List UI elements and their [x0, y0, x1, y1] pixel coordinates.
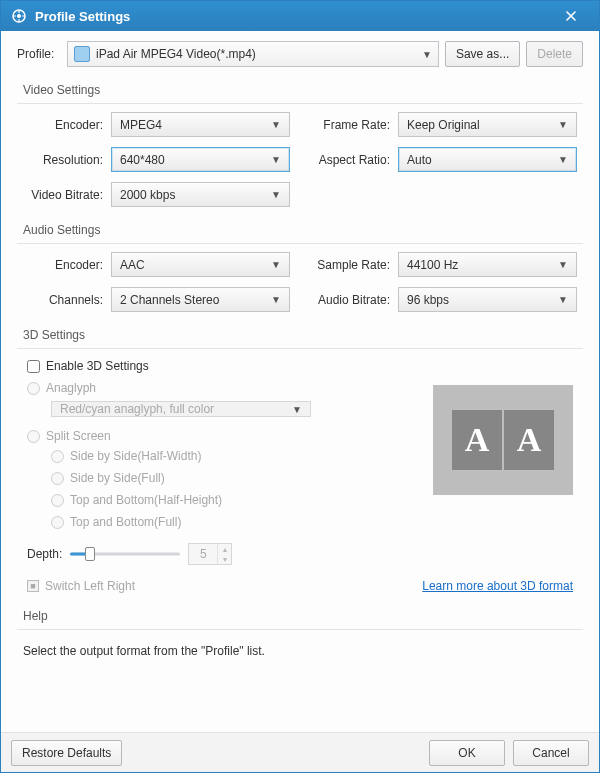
- frame-rate-row: Frame Rate: Keep Original▼: [310, 112, 577, 137]
- tab-full-radio: [51, 516, 64, 529]
- audio-bitrate-label: Audio Bitrate:: [310, 293, 398, 307]
- tab-half-radio: [51, 494, 64, 507]
- audio-encoder-label: Encoder:: [23, 258, 111, 272]
- video-encoder-label: Encoder:: [23, 118, 111, 132]
- video-encoder-dropdown[interactable]: MPEG4▼: [111, 112, 290, 137]
- ok-button[interactable]: OK: [429, 740, 505, 766]
- video-bitrate-dropdown[interactable]: 2000 kbps▼: [111, 182, 290, 207]
- aspect-ratio-dropdown[interactable]: Auto▼: [398, 147, 577, 172]
- depth-slider[interactable]: [70, 546, 180, 562]
- chevron-down-icon: ▼: [292, 404, 302, 415]
- split-screen-radio: [27, 430, 40, 443]
- chevron-down-icon: ▼: [558, 294, 568, 305]
- tab-half-label: Top and Bottom(Half-Height): [70, 493, 222, 507]
- anaglyph-label: Anaglyph: [46, 381, 96, 395]
- anaglyph-mode-dropdown: Red/cyan anaglyph, full color▼: [51, 401, 311, 417]
- body: Profile: iPad Air MPEG4 Video(*.mp4) ▼ S…: [1, 31, 599, 732]
- svg-point-1: [17, 14, 21, 18]
- profile-row: Profile: iPad Air MPEG4 Video(*.mp4) ▼ S…: [13, 41, 587, 67]
- chevron-down-icon: ▼: [422, 49, 432, 60]
- frame-rate-label: Frame Rate:: [310, 118, 398, 132]
- sbs-half-label: Side by Side(Half-Width): [70, 449, 201, 463]
- split-screen-label: Split Screen: [46, 429, 111, 443]
- delete-button: Delete: [526, 41, 583, 67]
- depth-spinbox: 5 ▲▼: [188, 543, 232, 565]
- sbs-full-label: Side by Side(Full): [70, 471, 165, 485]
- close-button[interactable]: [553, 4, 589, 28]
- video-settings-group: Video Settings Encoder: MPEG4▼ Frame Rat…: [17, 77, 583, 207]
- channels-label: Channels:: [23, 293, 111, 307]
- sample-rate-label: Sample Rate:: [310, 258, 398, 272]
- split-screen-row: Split Screen: [27, 429, 413, 443]
- audio-group-title: Audio Settings: [17, 217, 583, 239]
- switch-checkbox: ■: [27, 580, 39, 592]
- channels-dropdown[interactable]: 2 Channels Stereo▼: [111, 287, 290, 312]
- sample-rate-dropdown[interactable]: 44100 Hz▼: [398, 252, 577, 277]
- save-as-button[interactable]: Save as...: [445, 41, 520, 67]
- 3d-left: Anaglyph Red/cyan anaglyph, full color▼ …: [27, 377, 413, 531]
- preview-a-left: A: [452, 410, 502, 470]
- audio-encoder-row: Encoder: AAC▼: [23, 252, 290, 277]
- tab-full-label: Top and Bottom(Full): [70, 515, 181, 529]
- switch-left-right-row: ■ Switch Left Right: [27, 579, 135, 593]
- divider: [17, 243, 583, 244]
- profile-dropdown[interactable]: iPad Air MPEG4 Video(*.mp4) ▼: [67, 41, 439, 67]
- video-grid: Encoder: MPEG4▼ Frame Rate: Keep Origina…: [17, 112, 583, 207]
- 3d-preview-panel: A A: [433, 377, 573, 531]
- titlebar: Profile Settings: [1, 1, 599, 31]
- channels-row: Channels: 2 Channels Stereo▼: [23, 287, 290, 312]
- 3d-layout: Anaglyph Red/cyan anaglyph, full color▼ …: [27, 377, 573, 531]
- divider: [17, 629, 583, 630]
- switch-label: Switch Left Right: [45, 579, 135, 593]
- resolution-dropdown[interactable]: 640*480▼: [111, 147, 290, 172]
- 3d-group-title: 3D Settings: [17, 322, 583, 344]
- chevron-down-icon: ▼: [218, 554, 231, 564]
- sbs-half-radio: [51, 450, 64, 463]
- help-text: Select the output format from the "Profi…: [17, 638, 583, 664]
- chevron-down-icon: ▼: [558, 259, 568, 270]
- preview-a-right: A: [504, 410, 554, 470]
- help-group-title: Help: [17, 603, 583, 625]
- cancel-button[interactable]: Cancel: [513, 740, 589, 766]
- aspect-ratio-row: Aspect Ratio: Auto▼: [310, 147, 577, 172]
- audio-bitrate-dropdown[interactable]: 96 kbps▼: [398, 287, 577, 312]
- divider: [17, 103, 583, 104]
- switch-row: ■ Switch Left Right Learn more about 3D …: [27, 579, 573, 593]
- anaglyph-row: Anaglyph: [27, 381, 413, 395]
- footer: Restore Defaults OK Cancel: [1, 732, 599, 772]
- frame-rate-dropdown[interactable]: Keep Original▼: [398, 112, 577, 137]
- divider: [17, 348, 583, 349]
- 3d-settings-group: 3D Settings Enable 3D Settings Anaglyph: [17, 322, 583, 593]
- window-title: Profile Settings: [35, 9, 553, 24]
- video-group-title: Video Settings: [17, 77, 583, 99]
- help-group: Help Select the output format from the "…: [17, 603, 583, 664]
- profile-label: Profile:: [17, 47, 61, 61]
- enable-3d-row[interactable]: Enable 3D Settings: [27, 359, 573, 373]
- audio-encoder-dropdown[interactable]: AAC▼: [111, 252, 290, 277]
- chevron-down-icon: ▼: [271, 259, 281, 270]
- resolution-row: Resolution: 640*480▼: [23, 147, 290, 172]
- sbs-full-radio: [51, 472, 64, 485]
- audio-bitrate-row: Audio Bitrate: 96 kbps▼: [310, 287, 577, 312]
- profile-value: iPad Air MPEG4 Video(*.mp4): [96, 47, 422, 61]
- sample-rate-row: Sample Rate: 44100 Hz▼: [310, 252, 577, 277]
- chevron-down-icon: ▼: [271, 119, 281, 130]
- audio-settings-group: Audio Settings Encoder: AAC▼ Sample Rate…: [17, 217, 583, 312]
- depth-label: Depth:: [27, 547, 62, 561]
- video-bitrate-row: Video Bitrate: 2000 kbps▼: [23, 182, 290, 207]
- split-sub: Side by Side(Half-Width) Side by Side(Fu…: [51, 445, 413, 531]
- enable-3d-label: Enable 3D Settings: [46, 359, 149, 373]
- chevron-down-icon: ▼: [271, 189, 281, 200]
- enable-3d-checkbox[interactable]: [27, 360, 40, 373]
- device-icon: [74, 46, 90, 62]
- anaglyph-radio: [27, 382, 40, 395]
- anaglyph-sub: Red/cyan anaglyph, full color▼: [51, 397, 413, 425]
- slider-thumb[interactable]: [85, 547, 95, 561]
- audio-grid: Encoder: AAC▼ Sample Rate: 44100 Hz▼ Cha…: [17, 252, 583, 312]
- chevron-down-icon: ▼: [558, 119, 568, 130]
- 3d-body: Enable 3D Settings Anaglyph Red/cyan ana…: [17, 359, 583, 593]
- learn-more-link[interactable]: Learn more about 3D format: [422, 579, 573, 593]
- restore-defaults-button[interactable]: Restore Defaults: [11, 740, 122, 766]
- chevron-down-icon: ▼: [271, 294, 281, 305]
- chevron-down-icon: ▼: [271, 154, 281, 165]
